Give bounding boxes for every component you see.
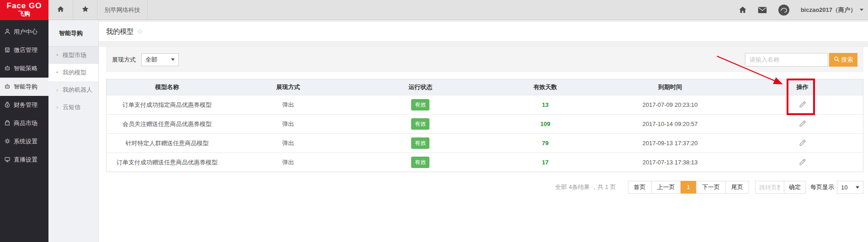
- shopping-bag-icon: [4, 120, 11, 127]
- first-page-button[interactable]: 首页: [628, 181, 652, 194]
- cell-run-status: 有效: [348, 99, 492, 110]
- search-button-label: 搜索: [841, 56, 853, 64]
- gear-icon: [4, 138, 11, 146]
- per-page-select[interactable]: 10: [837, 181, 863, 194]
- current-page-button[interactable]: 1: [680, 181, 697, 194]
- nav-home-button[interactable]: [48, 0, 73, 20]
- avatar[interactable]: [778, 4, 790, 16]
- mail-icon[interactable]: [758, 6, 767, 14]
- cell-model-name: 订单支付成功指定商品优惠券模型: [107, 101, 228, 109]
- app-logo[interactable]: Face GO 飞购: [0, 0, 48, 20]
- cell-valid-days: 13: [493, 101, 599, 108]
- moneybag-icon: [4, 101, 11, 109]
- display-mode-value: 全部: [145, 56, 157, 64]
- cell-display-mode: 弹出: [228, 120, 349, 128]
- models-table: 模型名称 展现方式 运行状态 有效天数 到期时间 操作 订单支付成功指定商品优惠…: [106, 79, 863, 172]
- confirm-button[interactable]: 确定: [784, 181, 806, 194]
- screen-icon: [4, 156, 11, 164]
- cell-display-mode: 弹出: [228, 101, 349, 109]
- status-badge: 有效: [411, 99, 429, 110]
- sidebar-item-system-settings[interactable]: 系统设置: [0, 132, 48, 151]
- bullet-icon: •: [55, 52, 59, 58]
- sidebar-item-user-center[interactable]: 用户中心: [0, 23, 48, 41]
- cell-display-mode: 弹出: [228, 158, 349, 167]
- search-input[interactable]: [745, 53, 828, 67]
- cell-model-name: 会员关注赠送任意商品优惠券模型: [107, 120, 228, 128]
- edit-icon[interactable]: [798, 100, 806, 108]
- username-label: biczao2017（商户）: [801, 6, 856, 14]
- next-page-button[interactable]: 下一页: [696, 181, 726, 194]
- status-badge: 有效: [411, 137, 429, 149]
- page-title: 我的模型: [106, 27, 134, 36]
- cell-run-status: 有效: [348, 157, 492, 168]
- divider-band: [99, 41, 868, 47]
- cell-model-name: 针对特定人群赠送任意商品模型: [107, 139, 228, 147]
- cell-expire-time: 2017-10-14 09:20:57: [598, 121, 742, 127]
- col-header-model-name: 模型名称: [107, 83, 228, 91]
- search-button[interactable]: 搜索: [829, 53, 857, 67]
- company-name: 别早网络科技: [97, 0, 148, 20]
- table-row: 会员关注赠送任意商品优惠券模型 弹出 有效 109 2017-10-14 09:…: [107, 114, 863, 133]
- favorite-star-icon[interactable]: ☆: [137, 27, 143, 36]
- chevron-down-icon: [860, 9, 863, 11]
- filter-left-group: 展现方式 全部: [112, 53, 179, 66]
- nav-favorite-button[interactable]: [73, 0, 97, 20]
- cell-actions: [742, 158, 863, 167]
- table-row: 订单支付成功赠送任意商品优惠券模型 弹出 有效 17 2017-07-13 17…: [107, 153, 863, 172]
- submenu-item-my-robots[interactable]: › 我的机器人: [48, 81, 98, 99]
- edit-icon[interactable]: [798, 139, 806, 147]
- submenu-sidebar: 智能导购 • 模型市场 • 我的模型 › 我的机器人 › 云短信: [48, 20, 99, 242]
- sidebar-item-live-settings[interactable]: 直播设置: [0, 151, 48, 169]
- last-page-button[interactable]: 尾页: [725, 181, 749, 194]
- submenu-item-model-market[interactable]: • 模型市场: [48, 47, 98, 64]
- status-badge: 有效: [411, 118, 429, 130]
- top-navbar: Face GO 飞购 别早网络科技 biczao2017（商户）: [0, 0, 868, 20]
- sidebar-item-smart-guide[interactable]: 智能导购: [0, 78, 48, 96]
- jump-page-input[interactable]: [755, 181, 784, 194]
- sidebar-item-goods-market[interactable]: 商品市场: [0, 114, 48, 132]
- display-mode-select[interactable]: 全部: [141, 53, 179, 66]
- cell-valid-days: 79: [493, 140, 599, 147]
- home-icon[interactable]: [739, 6, 747, 14]
- sidebar-item-smart-strategy[interactable]: 智能策略: [0, 59, 48, 78]
- pagination-bar: 全部 4条结果 ，共 1 页 首页 上一页 1 下一页 尾页 确定 每页显示 1…: [106, 181, 863, 194]
- cell-expire-time: 2017-09-13 17:37:20: [598, 140, 742, 147]
- table-row: 订单支付成功指定商品优惠券模型 弹出 有效 13 2017-07-09 20:2…: [107, 95, 863, 114]
- chevron-right-icon: ›: [55, 104, 59, 110]
- edit-icon[interactable]: [798, 120, 806, 127]
- col-header-display-mode: 展现方式: [228, 83, 349, 91]
- prev-page-button[interactable]: 上一页: [651, 181, 681, 194]
- page-title-bar: 我的模型 ☆: [99, 22, 868, 41]
- logo-text-primary: Face GO: [0, 0, 48, 10]
- submenu-item-my-models[interactable]: • 我的模型: [48, 64, 98, 81]
- per-page-label: 每页显示: [810, 183, 834, 191]
- sidebar-item-finance[interactable]: 财务管理: [0, 96, 48, 114]
- chevron-right-icon: ›: [55, 87, 59, 93]
- chevron-down-icon: [171, 58, 175, 61]
- cell-run-status: 有效: [348, 118, 492, 130]
- col-header-run-status: 运行状态: [348, 83, 492, 91]
- cell-expire-time: 2017-07-09 20:23:10: [598, 101, 742, 108]
- table-row: 针对特定人群赠送任意商品模型 弹出 有效 79 2017-09-13 17:37…: [107, 133, 863, 153]
- cell-actions: [742, 139, 863, 148]
- user-icon: [4, 28, 11, 36]
- bullet-icon: •: [55, 69, 59, 76]
- home-icon: [57, 5, 64, 15]
- display-mode-label: 展现方式: [112, 56, 136, 64]
- cell-valid-days: 109: [493, 121, 599, 127]
- edit-icon[interactable]: [798, 158, 806, 166]
- cell-actions: [742, 120, 863, 129]
- submenu-item-cloud-sms[interactable]: › 云短信: [48, 99, 98, 116]
- cell-valid-days: 17: [493, 159, 599, 166]
- per-page-value: 10: [841, 184, 847, 191]
- sidebar-item-shop-management[interactable]: 微店管理: [0, 41, 48, 59]
- store-icon: [4, 47, 11, 54]
- table-header-row: 模型名称 展现方式 运行状态 有效天数 到期时间 操作: [107, 79, 863, 95]
- submenu-title: 智能导购: [48, 20, 98, 47]
- user-menu[interactable]: biczao2017（商户）: [801, 6, 863, 14]
- cell-expire-time: 2017-07-13 17:38:13: [598, 159, 742, 166]
- results-summary: 全部 4条结果 ，共 1 页: [555, 183, 616, 191]
- search-group: 搜索: [745, 53, 857, 67]
- cell-model-name: 订单支付成功赠送任意商品优惠券模型: [107, 158, 228, 167]
- navbar-right-group: biczao2017（商户）: [739, 0, 863, 20]
